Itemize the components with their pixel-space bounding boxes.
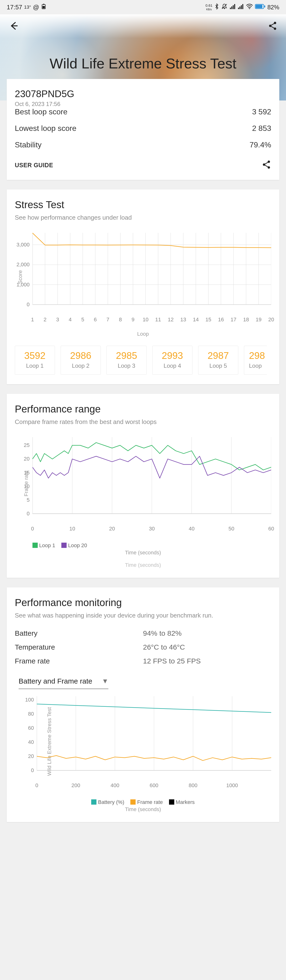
svg-rect-15: [264, 5, 265, 7]
loop-label: Loop 5: [198, 363, 238, 369]
stability-value: 79.4%: [250, 140, 271, 149]
mon-sub: See what was happening inside your devic…: [15, 612, 271, 619]
stress-title: Stress Test: [15, 199, 271, 210]
mon-row: Battery94% to 82%: [15, 629, 271, 637]
performance-range-card: Performance range Compare frame rates fr…: [7, 394, 279, 578]
loop-label: Loop 2: [61, 363, 101, 369]
range-title: Performance range: [15, 403, 271, 415]
loop-score: 2986: [61, 350, 101, 361]
stress-chart: Score 01,0002,0003,000123456789101112131…: [15, 233, 271, 331]
loop-tiles[interactable]: 3592Loop 12986Loop 22985Loop 32993Loop 4…: [15, 346, 271, 375]
low-score-value: 2 853: [252, 124, 271, 133]
mon-chart: Wild Life Extreme Stress Test 0204060801…: [15, 696, 271, 797]
svg-rect-8: [234, 4, 235, 9]
svg-line-21: [271, 24, 274, 25]
svg-line-22: [271, 26, 274, 28]
svg-rect-5: [230, 8, 231, 9]
mon-row: Frame rate12 FPS to 25 FPS: [15, 657, 271, 665]
best-score-label: Best loop score: [15, 107, 68, 116]
svg-rect-2: [43, 6, 45, 8]
mon-val: 94% to 82%: [143, 629, 271, 637]
mon-val: 12 FPS to 25 FPS: [143, 657, 271, 665]
range-chart-xlabel-overflow: Time (seconds): [15, 562, 271, 568]
mon-title: Performance monitoring: [15, 597, 271, 608]
summary-card: 23078PND5G Oct 6, 2023 17:56 Best loop s…: [7, 79, 279, 180]
loop-tile[interactable]: 2985Loop 3: [106, 346, 147, 375]
performance-monitoring-card: Performance monitoring See what was happ…: [7, 587, 279, 822]
wifi-icon: [246, 3, 253, 11]
loop-tile[interactable]: 2987Loop 5: [198, 346, 238, 375]
back-button[interactable]: [9, 21, 19, 32]
svg-point-13: [249, 8, 250, 9]
bluetooth-icon: [214, 3, 219, 11]
svg-rect-9: [238, 8, 239, 9]
mon-key: Temperature: [15, 643, 143, 651]
signal2-icon: [238, 3, 244, 11]
status-time: 17:57: [7, 3, 22, 11]
svg-rect-10: [239, 6, 240, 9]
svg-rect-11: [241, 5, 242, 9]
range-chart: Frame rate 0510152025 0102030405060: [15, 437, 271, 540]
loop-tile[interactable]: 3592Loop 1: [15, 346, 55, 375]
loop-label: Loop 3: [107, 363, 146, 369]
range-legend: Loop 1 Loop 20: [32, 542, 271, 549]
best-score-value: 3 592: [252, 107, 271, 116]
svg-point-3: [224, 8, 225, 9]
run-timestamp: Oct 6, 2023 17:56: [15, 101, 271, 107]
svg-line-26: [265, 162, 268, 164]
chevron-down-icon: ▼: [102, 677, 108, 685]
mon-val: 26°C to 46°C: [143, 643, 271, 651]
mon-row: Temperature26°C to 46°C: [15, 643, 271, 651]
share-icon[interactable]: [268, 21, 277, 32]
loop-tile[interactable]: 2993Loop 4: [152, 346, 193, 375]
stress-sub: See how performance changes under load: [15, 214, 271, 221]
svg-rect-16: [256, 5, 262, 8]
battery-pct: 82%: [267, 4, 279, 11]
battery-icon: [255, 3, 265, 11]
range-chart-xlabel: Time (seconds): [15, 550, 271, 556]
svg-rect-6: [231, 6, 232, 9]
signal-icon: [230, 3, 236, 11]
loop-label: Loop 4: [153, 363, 192, 369]
loop-label: Loop 1: [15, 363, 55, 369]
status-battery-small-icon: [41, 3, 46, 11]
svg-rect-1: [43, 4, 44, 5]
loop-score: 2987: [198, 350, 238, 361]
user-guide-link[interactable]: USER GUIDE: [15, 162, 53, 169]
share-results-icon[interactable]: [262, 160, 271, 170]
mon-legend: Battery (%) Frame rate Markers: [15, 799, 271, 805]
status-temp: 13°: [24, 5, 31, 10]
status-at-icon: @: [33, 3, 39, 11]
mon-dropdown-label: Battery and Frame rate: [19, 677, 92, 685]
loop-label: Loop: [249, 363, 267, 369]
loop-tile[interactable]: 298Loop: [244, 346, 267, 375]
loop-score: 298: [249, 350, 267, 361]
status-bar: 17:57 13° @ 0.61KB/s 82%: [0, 0, 286, 14]
stress-test-card: Stress Test See how performance changes …: [7, 189, 279, 384]
mon-chart-xlabel: Time (seconds): [15, 806, 271, 813]
dnd-icon: [221, 3, 228, 11]
loop-tile[interactable]: 2986Loop 2: [61, 346, 101, 375]
loop-score: 2985: [107, 350, 146, 361]
low-score-label: Lowest loop score: [15, 124, 76, 133]
svg-rect-7: [233, 5, 234, 9]
mon-key: Frame rate: [15, 657, 143, 665]
loop-score: 2993: [153, 350, 192, 361]
stability-label: Stability: [15, 140, 41, 149]
svg-line-27: [265, 165, 268, 167]
svg-rect-12: [242, 4, 243, 9]
mon-key: Battery: [15, 629, 143, 637]
page-title: Wild Life Extreme Stress Test: [0, 55, 286, 72]
stress-chart-xlabel: Loop: [15, 331, 271, 337]
status-kb: 0.61KB/s: [205, 3, 212, 11]
range-sub: Compare frame rates from the best and wo…: [15, 418, 271, 426]
mon-series-dropdown[interactable]: Battery and Frame rate ▼: [19, 677, 108, 689]
loop-score: 3592: [15, 350, 55, 361]
device-name: 23078PND5G: [15, 89, 271, 99]
